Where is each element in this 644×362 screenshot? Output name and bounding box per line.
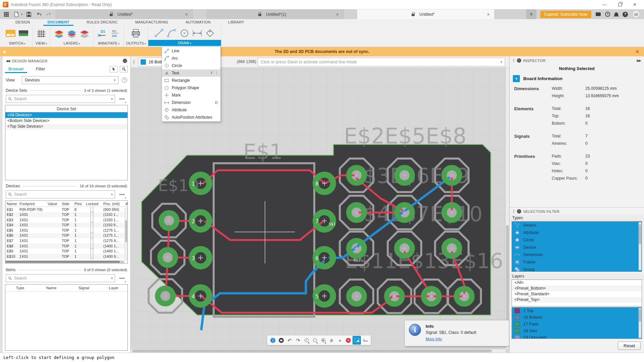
outputs-menu-label[interactable]: OUTPUTS [124, 41, 148, 46]
type-filter-circle[interactable]: Circle [512, 236, 642, 244]
layers-top-icon[interactable] [79, 28, 90, 39]
ribbon-tab-rules-drc-erc[interactable]: RULES DRC/ERC [78, 20, 126, 25]
tab-filter[interactable]: Filter [33, 65, 49, 73]
document-tab[interactable]: Untitled*× [55, 9, 193, 19]
notifications-icon[interactable] [614, 12, 618, 16]
toolbar-drag-handle[interactable]: ∥ [133, 59, 135, 64]
device-locked[interactable] [85, 254, 102, 259]
layers-bottom-icon[interactable] [66, 28, 77, 39]
zoom-tool-button[interactable] [120, 66, 128, 72]
devices-more-button[interactable]: •••▾ [117, 192, 127, 197]
draw-menu-item-arc[interactable]: Arc [162, 55, 220, 62]
panel-collapse-icon[interactable]: − [517, 58, 521, 63]
canvas-vertical-scrollbar[interactable] [505, 68, 509, 349]
device-set-column-header[interactable]: Device Set [5, 105, 127, 112]
dimension-tool-icon[interactable] [192, 28, 203, 38]
minimize-button[interactable]: — [602, 2, 607, 7]
device-locked[interactable] [85, 212, 102, 218]
redo-icon[interactable] [45, 11, 53, 18]
ribbon-tab-document[interactable]: DOCUMENT [39, 20, 78, 25]
device-locked[interactable] [85, 238, 102, 244]
collapse-panel-icon[interactable]: ◀◀ [6, 59, 9, 63]
items-column-header[interactable]: Layer [100, 285, 127, 292]
zoom-out-button[interactable]: − [311, 336, 319, 345]
ribbon-tab-design[interactable]: DESIGN [7, 20, 39, 25]
layers-color-icon[interactable] [54, 28, 64, 39]
devices-table-scrollbar[interactable] [124, 207, 127, 260]
layer-filter-row[interactable]: 17 Pads [512, 321, 642, 327]
items-search[interactable]: ▾ [6, 274, 115, 282]
locked-checkbox[interactable] [91, 238, 93, 244]
items-more-button[interactable]: •••▾ [117, 276, 127, 281]
device-set-row[interactable]: <Top Side Devices> [5, 124, 127, 129]
help-icon[interactable]: ? [623, 12, 628, 17]
expired-subscribe-button[interactable]: Expired: Subscribe Now [540, 11, 591, 18]
view-menu-label[interactable]: VIEW [34, 41, 49, 46]
items-search-input[interactable] [14, 276, 111, 281]
layers-menu-label[interactable]: LAYERS [62, 41, 82, 46]
tab-browser[interactable]: Browser [5, 65, 27, 73]
draw-menu-item-circle[interactable]: Circle [162, 62, 220, 69]
app-grid-icon[interactable] [3, 11, 10, 18]
layer-preset-row[interactable]: <All> [512, 280, 642, 286]
document-tab[interactable]: Untitled*× [357, 9, 495, 19]
devices-search[interactable]: ▾ [6, 190, 115, 198]
arc-tool-icon[interactable] [166, 28, 177, 38]
devices-column-header[interactable]: Footprint [18, 201, 46, 207]
locked-checkbox[interactable] [91, 233, 93, 238]
attribute-tool-icon[interactable] [205, 28, 215, 38]
device-locked[interactable] [85, 249, 102, 254]
marquee-select-button[interactable] [353, 336, 361, 345]
type-filter-dimension[interactable]: Dimension [512, 251, 642, 258]
type-filter-group[interactable]: Group [512, 266, 642, 272]
items-column-header[interactable]: Type [5, 285, 35, 292]
grid-view-icon[interactable] [36, 28, 47, 39]
feedback-icon[interactable] [596, 12, 601, 16]
draw-menu-item-text[interactable]: ATextT⋮ [162, 69, 220, 77]
devices-search-input[interactable] [14, 192, 111, 197]
undo-button[interactable]: ↶ [285, 336, 294, 345]
device-locked[interactable] [85, 207, 102, 212]
device-set-row[interactable]: <Bottom Side Devices> [5, 118, 127, 124]
job-status-icon[interactable] [605, 12, 610, 17]
draw-menu-item-rectangle[interactable]: Rectangle [162, 77, 220, 84]
device-row[interactable]: E$71X01TOP1(1275 9... [5, 238, 127, 244]
draw-menu-item-mark[interactable]: Mark [162, 92, 220, 99]
locked-checkbox[interactable] [91, 223, 93, 228]
redo-button[interactable]: ↷ [294, 336, 302, 345]
undo-icon[interactable] [35, 11, 43, 18]
select-tool-button[interactable] [110, 66, 118, 72]
new-tab-button[interactable]: + [526, 9, 536, 19]
command-line-caret-icon[interactable]: ▾ [500, 60, 502, 64]
device-row[interactable]: E$91X01TOP1(1400 1... [5, 249, 127, 254]
device-row[interactable]: E$1P(R-PDIP-T8)TOP8(900 950) [5, 207, 127, 212]
draw-menu-item-polygon-shape[interactable]: Polygon Shape [162, 84, 220, 92]
toolbar-group-switch[interactable]: SWITCH [2, 25, 33, 47]
device-sets-more-button[interactable]: •••▾ [117, 97, 127, 102]
command-line-input[interactable] [261, 60, 500, 64]
toolbar-group-view[interactable]: VIEW [33, 25, 50, 47]
layer-filter-row[interactable]: 19 Unrouted [512, 334, 642, 339]
devices-column-header[interactable]: Side [60, 201, 73, 207]
warning-close-icon[interactable]: ✕ [631, 49, 644, 54]
crosshair-button[interactable]: + [336, 336, 344, 345]
ribbon-tab-automation[interactable]: AUTOMATION [177, 20, 219, 25]
ribbon-tab-manufacturing[interactable]: MANUFACTURING [126, 20, 177, 25]
device-locked[interactable] [85, 228, 102, 233]
search-caret-icon[interactable]: ▾ [111, 277, 113, 280]
print-icon[interactable] [130, 28, 141, 39]
switch-menu-label[interactable]: SWITCH [7, 41, 28, 46]
layer-filter-row[interactable]: 1 Top [512, 307, 642, 314]
value-annotation-icon[interactable]: R210k [110, 28, 120, 39]
user-avatar[interactable]: QE [632, 10, 640, 18]
pcb-3d-icon[interactable] [18, 28, 29, 39]
locked-checkbox[interactable] [91, 212, 93, 218]
reset-button[interactable]: Reset [618, 342, 641, 350]
circle-tool-icon[interactable] [179, 28, 190, 38]
panel-collapse-icon[interactable]: − [517, 209, 521, 214]
draw-menu-label[interactable]: DRAW [148, 40, 221, 46]
canvas-horizontal-scrollbar[interactable] [131, 349, 505, 353]
board-information-disclosure-icon[interactable]: ▼ [513, 75, 520, 82]
type-filter-attribute[interactable]: Attribute [512, 229, 642, 236]
devices-column-header[interactable]: Pins [73, 201, 85, 207]
